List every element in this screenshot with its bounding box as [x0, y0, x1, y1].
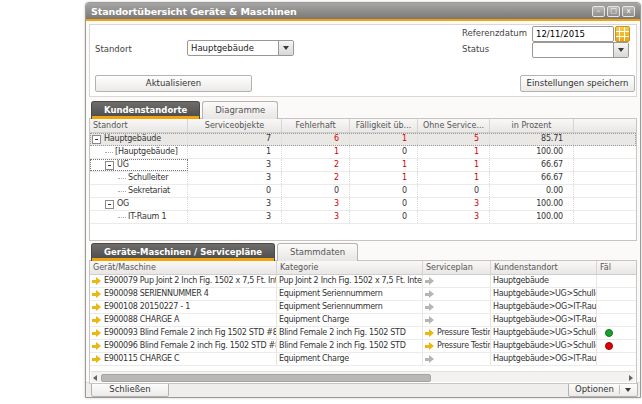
standort-name: UG: [117, 159, 129, 171]
chevron-down-icon[interactable]: [278, 41, 293, 55]
serviceobjekte-cell: 1: [188, 146, 282, 158]
chevron-down-icon[interactable]: [613, 43, 628, 57]
restore-icon[interactable]: □: [607, 6, 620, 17]
tab-stammdaten[interactable]: Stammdaten: [277, 243, 358, 261]
standort-name: [Hauptgebäude]: [115, 146, 178, 158]
filler-cell: [574, 146, 636, 158]
geraete-tabbar: Geräte-Maschinen / ServicepläneStammdate…: [89, 241, 358, 261]
referenzdatum-label: Referenzdatum: [462, 28, 527, 38]
tab-ger-te-maschinen-servicepl-ne[interactable]: Geräte-Maschinen / Servicepläne: [91, 243, 275, 261]
serviceplan-name: Pressure Testing: [437, 327, 491, 339]
calendar-icon[interactable]: [615, 26, 630, 42]
window-controls: – □ x: [592, 6, 635, 17]
window-titlebar[interactable]: Standortübersicht Geräte & Maschinen – □…: [86, 3, 640, 21]
aktualisieren-button[interactable]: Aktualisieren: [95, 75, 252, 92]
kundenstandort-cell: Hauptgebäude>OG>IT-Raum 1: [491, 301, 597, 313]
kategorie-cell: Blind Female 2 inch Fig. 1502 STD: [277, 327, 423, 339]
serviceobjekte-cell: 7: [188, 133, 282, 145]
column-header[interactable]: Serviceplan: [423, 261, 491, 274]
serviceplan-arrow-icon: [425, 303, 435, 311]
minimize-icon[interactable]: –: [592, 6, 605, 17]
column-header[interactable]: Fehlerhaft: [282, 119, 350, 132]
kundenstandort-cell: Hauptgebäude>UG>Schulleiter: [491, 327, 597, 339]
kundenstandort-cell: Hauptgebäude>UG>Schulleiter: [491, 288, 597, 300]
tree-table-row[interactable]: Sekretariat00000.00: [90, 185, 636, 198]
kategorie-cell: Equipment Seriennummern: [277, 301, 423, 313]
column-header[interactable]: Fäl: [597, 261, 636, 274]
device-table-row[interactable]: E900093 Blind Female 2 inch Fig 1502 STD…: [90, 327, 636, 340]
status-combobox[interactable]: [532, 42, 629, 58]
ohne-service-cell: 0: [418, 185, 490, 197]
column-header[interactable]: Ohne Service...: [418, 119, 490, 132]
faelligkeit-cell: 0: [350, 185, 418, 197]
tab-diagramme[interactable]: Diagramme: [202, 101, 278, 119]
collapse-icon[interactable]: [105, 200, 114, 209]
schliessen-button[interactable]: Schließen: [91, 382, 169, 397]
horizontal-scrollbar[interactable]: [91, 371, 635, 382]
device-table-row[interactable]: E900088 CHARGE AEquipment ChargeHauptgeb…: [90, 314, 636, 327]
column-header[interactable]: in Prozent: [490, 119, 574, 132]
serviceplan-cell: [423, 288, 491, 300]
tab-kundenstandorte[interactable]: Kundenstandorte: [91, 101, 200, 119]
serviceplan-cell: [423, 314, 491, 326]
faellig-cell: [597, 301, 636, 313]
window-title: Standortübersicht Geräte & Maschinen: [91, 6, 592, 17]
device-arrow-icon: [92, 303, 102, 311]
ohne-service-cell: 5: [418, 133, 490, 145]
ohne-service-cell: 3: [418, 211, 490, 223]
column-header[interactable]: Kategorie: [277, 261, 423, 274]
device-table-row[interactable]: E900115 CHARGE CEquipment ChargeHauptgeb…: [90, 353, 636, 366]
kundenstandort-cell: Hauptgebäude>OG>IT-Raum 1: [491, 314, 597, 326]
column-header[interactable]: Standort: [90, 119, 188, 132]
tree-table-row[interactable]: IT-Raum 13303100.00: [90, 211, 636, 224]
serviceplan-arrow-icon: [425, 329, 435, 337]
scroll-right-icon[interactable]: [629, 375, 633, 381]
close-icon[interactable]: x: [622, 6, 635, 17]
serviceplan-name: Pressure Testing: [437, 340, 491, 352]
tree-table-row[interactable]: Hauptgebäude761585.71: [90, 133, 636, 146]
faellig-cell: [597, 275, 636, 287]
tree-table-row[interactable]: OG3303100.00: [90, 198, 636, 211]
standort-name: IT-Raum 1: [128, 211, 166, 223]
standort-cell: Hauptgebäude: [90, 133, 188, 145]
geraete-panel: Gerät/MaschineKategorieServiceplanKunden…: [89, 260, 637, 384]
ohne-service-cell: 1: [418, 159, 490, 171]
tree-table-row[interactable]: Schulleiter321166.67: [90, 172, 636, 185]
device-arrow-icon: [92, 342, 102, 350]
serviceplan-cell: Pressure Testing: [423, 340, 491, 352]
geraet-name: E900079 Pup Joint 2 Inch Fig. 1502 x 7,5…: [104, 275, 277, 287]
column-header[interactable]: Kundenstandort: [491, 261, 597, 274]
filler-cell: [574, 211, 636, 223]
collapse-icon[interactable]: [92, 135, 101, 144]
optionen-button[interactable]: Optionen: [568, 382, 638, 397]
collapse-icon[interactable]: [105, 161, 114, 170]
standort-name: Schulleiter: [128, 172, 168, 184]
device-table-row[interactable]: E900096 Blind Female 2 inch Fig. 1502 ST…: [90, 340, 636, 353]
geraet-cell: E900108 20150227 - 1: [90, 301, 277, 313]
standort-combobox[interactable]: Hauptgebäude: [187, 40, 294, 56]
kategorie-cell: Pup Joint 2 Inch Fig. 1502 x 7,5 Ft. Int…: [277, 275, 423, 287]
referenzdatum-value[interactable]: 12/11/2015: [532, 26, 614, 42]
chevron-down-icon: [625, 388, 631, 392]
faelligkeit-cell: 1: [350, 159, 418, 171]
scroll-left-icon[interactable]: [93, 375, 97, 381]
scrollbar-thumb[interactable]: [101, 374, 431, 382]
device-table-row[interactable]: E900079 Pup Joint 2 Inch Fig. 1502 x 7,5…: [90, 275, 636, 288]
device-table-row[interactable]: E900108 20150227 - 1Equipment Seriennumm…: [90, 301, 636, 314]
standort-cell: [Hauptgebäude]: [90, 146, 188, 158]
column-header[interactable]: Fälligkeit üb...: [350, 119, 418, 132]
kategorie-cell: Equipment Charge: [277, 353, 423, 365]
column-header[interactable]: Gerät/Maschine: [90, 261, 277, 274]
einstellungen-speichern-button[interactable]: Einstellungen speichern: [520, 75, 635, 92]
device-table-row[interactable]: E900098 SERIENNUMMER 4Equipment Seriennu…: [90, 288, 636, 301]
referenzdatum-field[interactable]: 12/11/2015: [532, 26, 630, 42]
kategorie-cell: Equipment Charge: [277, 314, 423, 326]
fehlerhaft-cell: 3: [282, 211, 350, 223]
tree-table-row[interactable]: UG321166.67: [90, 159, 636, 172]
filler-cell: [574, 172, 636, 184]
column-header[interactable]: Serviceobjekte: [188, 119, 282, 132]
tree-table-row[interactable]: [Hauptgebäude]1101100.00: [90, 146, 636, 159]
tree-branch-line: [118, 217, 126, 218]
standort-cell: UG: [90, 159, 188, 171]
standort-label: Standort: [95, 44, 132, 54]
